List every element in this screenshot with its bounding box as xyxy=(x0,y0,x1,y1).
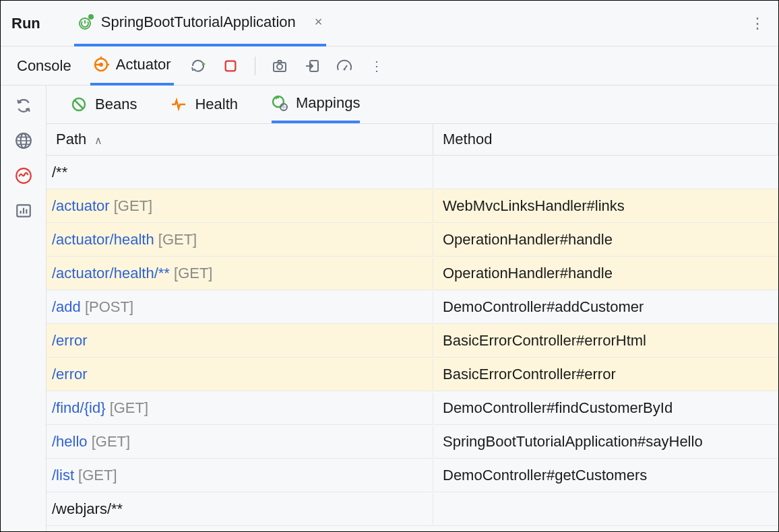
column-header-path-label: Path xyxy=(56,131,86,147)
mapping-path[interactable]: /actuator/health xyxy=(52,231,154,248)
mapping-path[interactable]: /actuator xyxy=(52,197,110,214)
cell-method xyxy=(433,502,778,516)
mapping-path: /** xyxy=(52,164,67,180)
http-verb: [GET] xyxy=(88,433,131,450)
top-bar: Run SpringBootTutorialApplication × ⋮ xyxy=(1,1,778,46)
svg-point-1 xyxy=(88,14,94,20)
table-row[interactable]: /actuator [GET]WebMvcLinksHandler#links xyxy=(46,189,778,223)
cell-method: SpringBootTutorialApplication#sayHello xyxy=(433,426,778,457)
svg-rect-4 xyxy=(225,61,235,71)
cell-path: /error xyxy=(46,359,433,390)
mapping-path[interactable]: /actuator/health/** xyxy=(52,265,170,281)
mapping-path[interactable]: /list xyxy=(52,467,74,484)
beans-tab[interactable]: Beans xyxy=(71,86,137,123)
camera-icon[interactable] xyxy=(272,58,288,74)
column-header-path[interactable]: Path ∧ xyxy=(46,124,433,155)
cell-path: /error xyxy=(46,325,433,356)
mappings-tab-label: Mappings xyxy=(296,94,360,112)
main-area: Beans Health xyxy=(1,86,778,531)
http-verb: [GET] xyxy=(154,231,197,248)
sub-bar: Console Actuator xyxy=(1,46,778,86)
health-tab-label: Health xyxy=(195,96,238,113)
svg-point-8 xyxy=(343,68,345,70)
run-config-label: SpringBootTutorialApplication xyxy=(101,13,296,31)
gauge-icon[interactable] xyxy=(336,58,352,74)
more-toolbar-icon[interactable]: ⋮ xyxy=(369,58,385,74)
cell-path: /actuator/health [GET] xyxy=(46,224,433,255)
cell-path: /add [POST] xyxy=(46,292,433,323)
table-body: /**/actuator [GET]WebMvcLinksHandler#lin… xyxy=(46,156,778,526)
table-row[interactable]: /actuator/health [GET]OperationHandler#h… xyxy=(46,223,778,257)
spring-run-icon xyxy=(78,14,94,30)
mappings-tab[interactable]: Mappings xyxy=(272,86,360,123)
table-row[interactable]: /list [GET]DemoController#getCustomers xyxy=(46,459,778,492)
run-label: Run xyxy=(11,15,40,32)
run-config-tab[interactable]: SpringBootTutorialApplication × xyxy=(74,1,327,46)
cell-method: DemoController#findCustomerById xyxy=(433,393,778,424)
cell-method xyxy=(433,166,778,179)
http-verb: [GET] xyxy=(74,467,117,484)
column-header-method-label: Method xyxy=(443,131,492,147)
mapping-path: /webjars/** xyxy=(52,500,123,517)
chart-icon[interactable] xyxy=(14,201,33,220)
svg-point-6 xyxy=(277,64,282,69)
cell-path: /actuator/health/** [GET] xyxy=(46,258,433,289)
cell-method: WebMvcLinksHandler#links xyxy=(433,191,778,222)
content-area: Beans Health xyxy=(46,86,778,531)
cell-method: OperationHandler#handle xyxy=(433,224,778,255)
cell-method: BasicErrorController#error xyxy=(433,359,778,390)
table-row[interactable]: /hello [GET]SpringBootTutorialApplicatio… xyxy=(46,425,778,459)
http-verb: [GET] xyxy=(170,265,213,281)
rerun-icon[interactable] xyxy=(190,58,206,74)
cell-method: OperationHandler#handle xyxy=(433,258,778,289)
cell-path: /actuator [GET] xyxy=(46,191,433,222)
actuator-tab[interactable]: Actuator xyxy=(90,46,174,86)
table-row[interactable]: /add [POST]DemoController#addCustomer xyxy=(46,290,778,324)
sort-asc-icon: ∧ xyxy=(94,135,102,146)
table-row[interactable]: /webjars/** xyxy=(46,492,778,526)
cell-method: BasicErrorController#errorHtml xyxy=(433,325,778,356)
left-rail xyxy=(1,86,46,531)
cell-path: /hello [GET] xyxy=(46,426,433,457)
table-row[interactable]: /errorBasicErrorController#error xyxy=(46,358,778,391)
cell-path: /find/{id} [GET] xyxy=(46,393,433,424)
metrics-icon[interactable] xyxy=(14,166,33,185)
health-tab[interactable]: Health xyxy=(170,86,238,123)
table-row[interactable]: /** xyxy=(46,156,778,189)
mapping-path[interactable]: /error xyxy=(52,366,88,383)
cell-method: DemoController#addCustomer xyxy=(433,292,778,323)
console-tab-label: Console xyxy=(17,57,71,75)
actuator-tab-label: Actuator xyxy=(116,56,171,73)
toolbar-divider xyxy=(255,57,255,75)
table-header: Path ∧ Method xyxy=(46,123,778,156)
mapping-path[interactable]: /find/{id} xyxy=(52,399,106,416)
mapping-path[interactable]: /error xyxy=(52,332,88,349)
svg-line-14 xyxy=(75,100,83,108)
cell-path: /list [GET] xyxy=(46,460,433,491)
http-verb: [POST] xyxy=(81,298,133,315)
export-icon[interactable] xyxy=(304,58,320,74)
http-verb: [GET] xyxy=(110,197,153,214)
globe-icon[interactable] xyxy=(14,131,33,150)
more-options-icon[interactable]: ⋮ xyxy=(750,15,765,32)
refresh-icon[interactable] xyxy=(14,96,33,115)
actuator-icon xyxy=(93,57,109,73)
mapping-path[interactable]: /add xyxy=(52,298,81,315)
table-row[interactable]: /find/{id} [GET]DemoController#findCusto… xyxy=(46,391,778,425)
table-row[interactable]: /actuator/health/** [GET]OperationHandle… xyxy=(46,257,778,290)
console-tab[interactable]: Console xyxy=(14,46,74,86)
cell-path: /webjars/** xyxy=(46,494,433,525)
http-verb: [GET] xyxy=(106,399,149,416)
stop-icon[interactable] xyxy=(222,58,239,74)
cell-method: DemoController#getCustomers xyxy=(433,460,778,491)
table-row[interactable]: /errorBasicErrorController#errorHtml xyxy=(46,324,778,358)
inner-tabs: Beans Health xyxy=(46,86,778,123)
beans-tab-label: Beans xyxy=(95,96,137,113)
mapping-path[interactable]: /hello xyxy=(52,433,88,450)
beans-icon xyxy=(71,96,87,112)
health-icon xyxy=(170,96,187,112)
column-header-method[interactable]: Method xyxy=(433,124,778,155)
close-tab-icon[interactable]: × xyxy=(315,14,323,30)
mappings-icon xyxy=(272,95,288,111)
cell-path: /** xyxy=(46,157,433,188)
